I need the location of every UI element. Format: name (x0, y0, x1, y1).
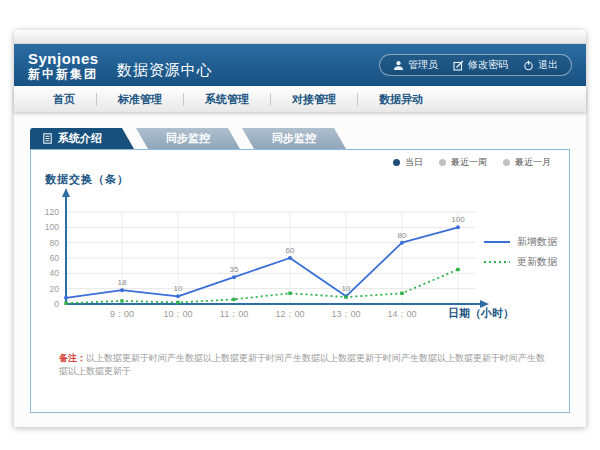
window-top-strip (14, 30, 586, 44)
user-menu-logout[interactable]: 退出 (523, 58, 558, 72)
user-menu-label: 退出 (538, 58, 558, 72)
logo-wordmark: Synjones (28, 51, 99, 66)
app-window: Synjones 新中新集团 数据资源中心 管理员 修改密码 退出 首页 标准管… (14, 30, 586, 427)
svg-text:18: 18 (118, 278, 127, 287)
tab-label: 同步监控 (166, 131, 210, 146)
svg-text:40: 40 (50, 268, 60, 278)
main-nav: 首页 标准管理 系统管理 对接管理 数据异动 (14, 86, 586, 112)
y-axis-title: 数据交换（条） (45, 172, 129, 187)
chart-legend: 新增数据 更新数据 (484, 232, 557, 272)
svg-text:0: 0 (54, 299, 59, 309)
nav-item-interface-mgmt[interactable]: 对接管理 (270, 93, 357, 106)
page-title: 数据资源中心 (117, 51, 213, 80)
radio-dot-icon (439, 159, 446, 166)
footnote-text: 以上数据更新于时间产生数据以上数据更新于时间产生数据以上数据更新于时间产生数据以… (59, 353, 545, 376)
svg-text:100: 100 (45, 222, 59, 232)
tab-label: 系统介绍 (58, 131, 102, 146)
tab-sync-monitor-2[interactable]: 同步监控 (242, 128, 346, 149)
svg-text:10: 10 (342, 284, 351, 293)
svg-text:12：00: 12：00 (275, 309, 304, 319)
dotted-line-icon (484, 259, 510, 265)
radio-dot-icon (393, 159, 400, 166)
svg-text:14：00: 14：00 (387, 309, 416, 319)
content-area: 系统介绍 同步监控 同步监控 当日 最近一周 (14, 112, 586, 429)
nav-item-standard-mgmt[interactable]: 标准管理 (96, 93, 183, 106)
logo: Synjones 新中新集团 (28, 51, 99, 80)
svg-text:10: 10 (174, 284, 183, 293)
user-menu-change-password[interactable]: 修改密码 (453, 58, 508, 72)
svg-text:9：00: 9：00 (110, 309, 134, 319)
range-filter: 当日 最近一周 最近一月 (393, 156, 551, 169)
svg-text:11：00: 11：00 (220, 309, 248, 319)
filter-label: 当日 (405, 156, 423, 169)
user-menu-label: 管理员 (408, 58, 438, 72)
legend-item-new-data[interactable]: 新增数据 (484, 232, 557, 252)
svg-text:120: 120 (45, 207, 59, 217)
app-header: Synjones 新中新集团 数据资源中心 管理员 修改密码 退出 (14, 44, 586, 86)
chart-svg: 0204060801001209：0010：0011：0012：0013：001… (41, 186, 541, 336)
power-icon (523, 60, 534, 71)
svg-text:100: 100 (451, 215, 465, 224)
filter-label: 最近一周 (451, 156, 487, 169)
footnote-label: 备注： (59, 353, 86, 363)
radio-dot-icon (503, 159, 510, 166)
nav-item-home[interactable]: 首页 (32, 93, 96, 106)
svg-text:80: 80 (50, 238, 60, 248)
svg-text:13：00: 13：00 (331, 309, 360, 319)
tab-system-intro[interactable]: 系统介绍 (30, 128, 134, 149)
user-menu-label: 修改密码 (468, 58, 508, 72)
solid-line-icon (484, 239, 510, 245)
footnote: 备注：以上数据更新于时间产生数据以上数据更新于时间产生数据以上数据更新于时间产生… (59, 352, 553, 378)
edit-icon (453, 60, 464, 71)
nav-item-data-change[interactable]: 数据异动 (357, 93, 444, 106)
filter-option-last-week[interactable]: 最近一周 (439, 156, 487, 169)
nav-item-system-mgmt[interactable]: 系统管理 (183, 93, 270, 106)
filter-option-last-month[interactable]: 最近一月 (503, 156, 551, 169)
svg-text:20: 20 (50, 284, 60, 294)
svg-text:60: 60 (286, 246, 295, 255)
logo-company: 新中新集团 (28, 68, 99, 80)
svg-text:80: 80 (398, 231, 407, 240)
svg-text:10：00: 10：00 (163, 309, 192, 319)
legend-label: 新增数据 (517, 235, 557, 249)
user-menu-admin[interactable]: 管理员 (393, 58, 438, 72)
filter-label: 最近一月 (515, 156, 551, 169)
document-icon (43, 133, 52, 144)
tab-bar: 系统介绍 同步监控 同步监控 (30, 128, 570, 149)
tab-label: 同步监控 (272, 131, 316, 146)
legend-label: 更新数据 (517, 255, 557, 269)
svg-text:35: 35 (230, 265, 239, 274)
tab-sync-monitor-1[interactable]: 同步监控 (136, 128, 240, 149)
user-menu: 管理员 修改密码 退出 (379, 54, 572, 76)
legend-item-updated-data[interactable]: 更新数据 (484, 252, 557, 272)
svg-text:日期（小时）: 日期（小时） (448, 307, 514, 320)
svg-text:60: 60 (50, 253, 60, 263)
tab-panel: 当日 最近一周 最近一月 数据交换（条） 0204060801001209：00… (30, 149, 570, 413)
filter-option-today[interactable]: 当日 (393, 156, 423, 169)
user-icon (393, 60, 404, 71)
